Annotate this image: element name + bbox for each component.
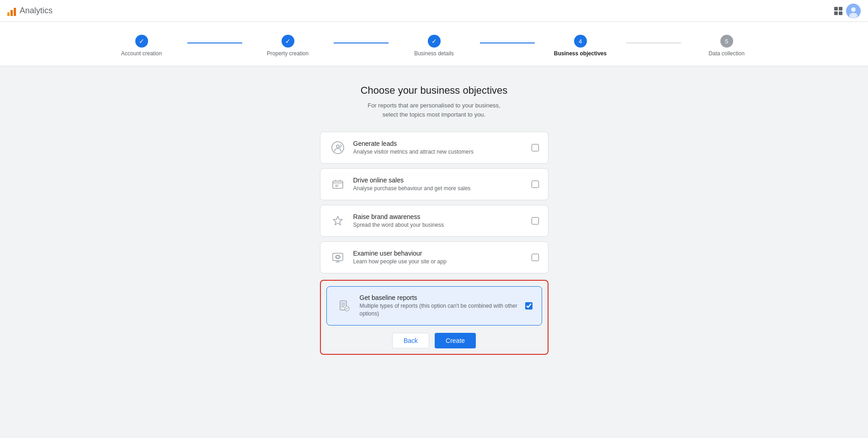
card-drive-online-sales[interactable]: Drive online sales Analyse purchase beha… [320, 168, 548, 200]
step-circle-5: 5 [720, 35, 733, 48]
drive-online-sales-icon [330, 176, 346, 192]
create-button[interactable]: Create [435, 333, 476, 348]
step-label-1: Account creation [121, 50, 162, 57]
drive-online-sales-title: Drive online sales [353, 176, 524, 184]
svg-point-4 [336, 145, 339, 148]
raise-brand-awareness-text: Raise brand awareness Spread the word ab… [353, 213, 524, 229]
card-raise-brand-awareness[interactable]: Raise brand awareness Spread the word ab… [320, 205, 548, 237]
examine-user-behaviour-desc: Learn how people use your site or app [353, 258, 524, 266]
step-number-5: 5 [725, 38, 728, 45]
step-number-4: 4 [579, 38, 582, 45]
topbar: Analytics [0, 0, 868, 22]
examine-user-behaviour-text: Examine user behaviour Learn how people … [353, 250, 524, 266]
page-subtitle: For reports that are personalised to you… [367, 101, 500, 119]
raise-brand-awareness-icon [330, 213, 346, 229]
bar1 [7, 12, 10, 16]
drive-online-sales-checkbox[interactable] [532, 181, 539, 188]
get-baseline-reports-icon [336, 298, 352, 314]
get-baseline-reports-text: Get baseline reports Multiple types of r… [360, 294, 518, 318]
step-circle-1: ✓ [135, 35, 148, 48]
svg-point-8 [336, 256, 339, 258]
user-avatar[interactable] [846, 4, 861, 18]
step-label-2: Property creation [267, 50, 309, 57]
app-title: Analytics [20, 6, 53, 16]
connector-4 [626, 43, 681, 43]
step-data-collection: 5 Data collection [681, 35, 772, 57]
svg-point-1 [851, 7, 856, 12]
topbar-left: Analytics [7, 6, 53, 16]
step-business-objectives: 4 Business objectives [535, 35, 626, 57]
svg-rect-7 [333, 253, 343, 261]
step-circle-3: ✓ [428, 35, 441, 48]
buttons-row: Back Create [326, 333, 542, 348]
connector-2 [334, 43, 389, 43]
step-label-5: Data collection [708, 50, 745, 57]
bar3 [14, 8, 16, 16]
drive-online-sales-desc: Analyse purchase behaviour and get more … [353, 185, 524, 192]
main-content: Choose your business objectives For repo… [0, 66, 868, 373]
bar2 [11, 10, 13, 16]
page-title: Choose your business objectives [361, 85, 508, 96]
stepper: ✓ Account creation ✓ Property creation ✓… [0, 22, 868, 66]
topbar-right [834, 4, 861, 18]
examine-user-behaviour-icon [330, 249, 346, 266]
raise-brand-awareness-title: Raise brand awareness [353, 213, 524, 220]
generate-leads-icon [330, 139, 346, 156]
get-baseline-reports-title: Get baseline reports [360, 294, 518, 301]
step-property-creation: ✓ Property creation [242, 35, 334, 57]
step-circle-4: 4 [574, 35, 587, 48]
svg-rect-5 [333, 181, 343, 188]
connector-1 [187, 43, 242, 43]
generate-leads-checkbox[interactable] [532, 144, 539, 151]
step-account-creation: ✓ Account creation [96, 35, 187, 57]
examine-user-behaviour-checkbox[interactable] [532, 254, 539, 261]
highlight-box: Get baseline reports Multiple types of r… [320, 280, 548, 355]
generate-leads-title: Generate leads [353, 140, 524, 147]
step-circle-2: ✓ [282, 35, 294, 48]
card-examine-user-behaviour[interactable]: Examine user behaviour Learn how people … [320, 241, 548, 273]
drive-online-sales-text: Drive online sales Analyse purchase beha… [353, 176, 524, 192]
step-label-4: Business objectives [554, 50, 607, 57]
card-get-baseline-reports[interactable]: Get baseline reports Multiple types of r… [326, 286, 542, 326]
examine-user-behaviour-title: Examine user behaviour [353, 250, 524, 257]
apps-icon[interactable] [834, 7, 842, 15]
raise-brand-awareness-desc: Spread the word about your business [353, 221, 524, 229]
svg-point-2 [849, 13, 857, 18]
raise-brand-awareness-checkbox[interactable] [532, 217, 539, 224]
card-generate-leads[interactable]: Generate leads Analyse visitor metrics a… [320, 132, 548, 164]
generate-leads-desc: Analyse visitor metrics and attract new … [353, 148, 524, 156]
svg-marker-6 [333, 216, 342, 225]
step-label-3: Business details [414, 50, 454, 57]
generate-leads-text: Generate leads Analyse visitor metrics a… [353, 140, 524, 156]
connector-3 [480, 43, 535, 43]
get-baseline-reports-desc: Multiple types of reports (this option c… [360, 302, 518, 318]
back-button[interactable]: Back [392, 333, 429, 348]
get-baseline-reports-checkbox[interactable] [525, 302, 533, 310]
cards-container: Generate leads Analyse visitor metrics a… [320, 132, 548, 355]
step-business-details: ✓ Business details [389, 35, 480, 57]
analytics-logo [7, 6, 16, 16]
